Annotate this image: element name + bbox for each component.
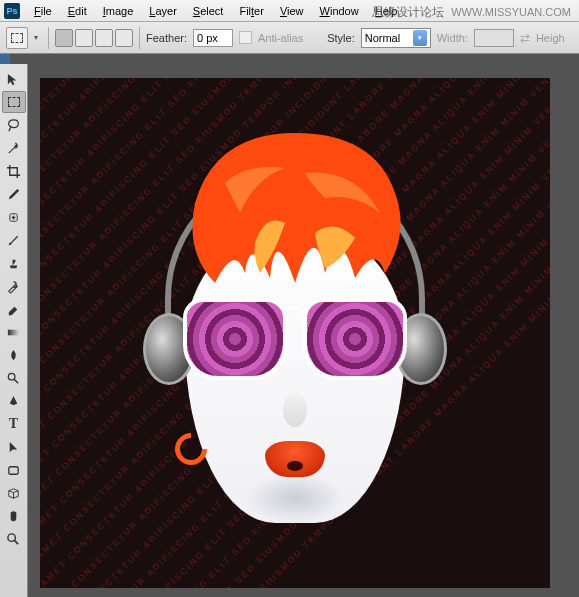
watermark: 思缘设计论坛 WWW.MISSYUAN.COM [372,4,571,21]
tab-marker[interactable] [0,54,10,64]
lens-right [303,298,407,380]
watermark-cn: 思缘设计论坛 [372,5,444,19]
toolbox: T [0,64,28,597]
clone-stamp-tool[interactable] [2,252,26,274]
divider [139,27,140,49]
brush-tool[interactable] [2,229,26,251]
hand-tool[interactable] [2,505,26,527]
pen-tool[interactable] [2,390,26,412]
lips [265,441,325,477]
menu-window[interactable]: Window [312,3,367,19]
zoom-tool[interactable] [2,528,26,550]
menu-edit[interactable]: Edit [60,3,95,19]
blur-tool[interactable] [2,344,26,366]
feather-label: Feather: [146,32,187,44]
document-canvas[interactable]: LOREM IPSUM DOLOR SIT AMET CONSECTETUR A… [40,78,550,588]
dodge-tool[interactable] [2,367,26,389]
marquee-icon [11,33,23,43]
shape-tool[interactable] [2,459,26,481]
link-icon: ⇄ [520,31,530,45]
intersect-selection-button[interactable] [115,29,133,47]
crop-tool[interactable] [2,160,26,182]
watermark-url: WWW.MISSYUAN.COM [451,6,571,18]
options-bar: ▾ Feather: Anti-alias Style: Normal ▾ Wi… [0,22,579,54]
magic-wand-tool[interactable] [2,137,26,159]
document-tab-strip [0,54,579,64]
eyedropper-tool[interactable] [2,183,26,205]
path-select-tool[interactable] [2,436,26,458]
antialias-label: Anti-alias [258,32,303,44]
sunglasses [183,298,407,386]
lasso-tool[interactable] [2,114,26,136]
menu-view[interactable]: View [272,3,312,19]
new-selection-button[interactable] [55,29,73,47]
antialias-checkbox [239,31,252,44]
width-label: Width: [437,32,468,44]
svg-point-4 [8,533,16,541]
svg-rect-3 [9,466,18,474]
eraser-tool[interactable] [2,298,26,320]
divider [48,27,49,49]
menu-image[interactable]: Image [95,3,142,19]
type-tool[interactable]: T [2,413,26,435]
3d-tool[interactable] [2,482,26,504]
selection-mode-group [55,29,133,47]
healing-brush-tool[interactable] [2,206,26,228]
svg-rect-1 [8,329,19,335]
swirl-icon [307,302,403,376]
height-label: Heigh [536,32,565,44]
history-brush-tool[interactable] [2,275,26,297]
subtract-selection-button[interactable] [95,29,113,47]
menu-filter[interactable]: Filter [231,3,271,19]
dropdown-arrow-icon: ▾ [413,30,427,46]
svg-point-2 [8,373,15,380]
menu-layer[interactable]: Layer [141,3,185,19]
lens-left [183,298,287,380]
menu-file[interactable]: File [26,3,60,19]
add-selection-button[interactable] [75,29,93,47]
chin-shadow [245,473,345,523]
chevron-down-icon[interactable]: ▾ [34,33,42,42]
nose [283,393,307,427]
feather-input[interactable] [193,29,233,47]
style-select[interactable]: Normal ▾ [361,28,431,48]
gradient-tool[interactable] [2,321,26,343]
tool-preset-picker[interactable] [6,27,28,49]
menu-select[interactable]: Select [185,3,232,19]
app-icon[interactable]: Ps [4,3,20,19]
illustration-face [125,133,465,553]
style-label: Style: [327,32,355,44]
width-input [474,29,514,47]
move-tool[interactable] [2,68,26,90]
marquee-tool[interactable] [2,91,26,113]
style-value: Normal [365,32,400,44]
canvas-area[interactable]: LOREM IPSUM DOLOR SIT AMET CONSECTETUR A… [28,64,579,597]
work-area: T LOREM IPSUM DOLOR SIT AMET CONSECTETUR… [0,64,579,597]
swirl-icon [187,302,283,376]
